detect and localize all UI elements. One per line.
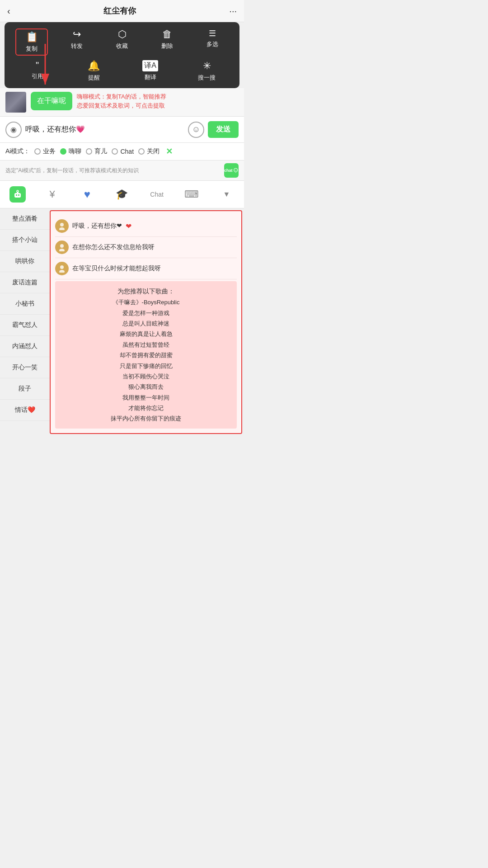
tab-bar: ¥ ♥ 🎓 Chat ⌨ ▼ bbox=[0, 181, 244, 208]
mode-close-label: 关闭 bbox=[147, 147, 160, 156]
mode-business[interactable]: 业务 bbox=[34, 147, 56, 156]
svg-point-4 bbox=[235, 170, 236, 170]
back-button[interactable]: ‹ bbox=[7, 6, 10, 16]
avatar-2 bbox=[55, 262, 69, 275]
svg-point-5 bbox=[236, 170, 237, 170]
page-title: 红尘有你 bbox=[103, 5, 136, 16]
right-panel: 呼吸，还有想你❤ ❤ 在想你怎么还不发信息给我呀 在等宝贝什么时候才能想起我呀 bbox=[50, 210, 242, 434]
song-1: 爱是怎样一种游戏 bbox=[60, 308, 232, 318]
tab-chat-text[interactable]: Chat bbox=[140, 187, 174, 202]
collect-menu-item[interactable]: ⬡ 收藏 bbox=[106, 28, 138, 56]
svg-point-18 bbox=[60, 265, 64, 269]
forward-icon: ↪ bbox=[73, 28, 81, 40]
annotation-text: 嗨聊模式：复制TA的话，智能推荐 恋爱回复话术及歌词，可点击提取 bbox=[77, 92, 239, 110]
suggestion-1[interactable]: 在想你怎么还不发信息给我呀 bbox=[55, 237, 237, 258]
left-sidebar: 整点酒肴 搭个小讪 哄哄你 废话连篇 小秘书 霸气怼人 内涵怼人 开心一笑 段子… bbox=[0, 208, 50, 436]
mode-business-label: 业务 bbox=[43, 147, 56, 156]
sidebar-item-8[interactable]: 段子 bbox=[0, 378, 50, 400]
suggestion-text-1: 在想你怎么还不发信息给我呀 bbox=[72, 243, 155, 252]
ai-mode-label: Ai模式： bbox=[5, 147, 30, 156]
message-input[interactable] bbox=[25, 126, 184, 134]
sidebar-item-1[interactable]: 搭个小讪 bbox=[0, 230, 50, 251]
song-8: 狠心离我而去 bbox=[60, 382, 232, 392]
sidebar-item-4[interactable]: 小秘书 bbox=[0, 293, 50, 315]
sidebar-item-9[interactable]: 情话❤️ bbox=[0, 400, 50, 421]
svg-point-19 bbox=[59, 270, 65, 273]
heart-icon: ♥ bbox=[84, 188, 90, 201]
radio-close bbox=[138, 148, 145, 155]
tab-keyboard[interactable]: ⌨ bbox=[174, 185, 209, 204]
send-button[interactable]: 发送 bbox=[208, 121, 239, 138]
svg-rect-9 bbox=[18, 194, 19, 196]
tab-robot[interactable] bbox=[0, 183, 35, 206]
sidebar-item-6[interactable]: 内涵怼人 bbox=[0, 336, 50, 357]
svg-point-15 bbox=[59, 227, 65, 230]
hint-bar: 选定"Ai模式"后，复制一段话，可推荐该模式相关的知识 chat bbox=[0, 160, 244, 181]
sidebar-item-2[interactable]: 哄哄你 bbox=[0, 251, 50, 272]
svg-marker-6 bbox=[235, 172, 236, 172]
multiselect-label: 多选 bbox=[206, 40, 218, 48]
sidebar-item-0[interactable]: 整点酒肴 bbox=[0, 208, 50, 230]
radio-chat bbox=[112, 148, 118, 155]
emoji-icon: ☺ bbox=[192, 125, 200, 134]
sidebar-item-5[interactable]: 霸气怼人 bbox=[0, 315, 50, 336]
mode-chat[interactable]: Chat bbox=[112, 148, 134, 155]
suggestion-0[interactable]: 呼吸，还有想你❤ ❤ bbox=[55, 216, 237, 237]
main-content: 整点酒肴 搭个小讪 哄哄你 废话连篇 小秘书 霸气怼人 内涵怼人 开心一笑 段子… bbox=[0, 208, 244, 436]
svg-point-3 bbox=[235, 170, 235, 170]
song-6: 只是留下惨痛的回忆 bbox=[60, 361, 232, 371]
tab-graduate[interactable]: 🎓 bbox=[104, 185, 139, 204]
mode-close[interactable]: 关闭 bbox=[138, 147, 160, 156]
svg-point-11 bbox=[17, 190, 19, 192]
radio-haichat bbox=[60, 148, 66, 155]
tab-heart[interactable]: ♥ bbox=[70, 184, 104, 204]
search-label: 搜一搜 bbox=[198, 74, 216, 82]
robot-icon bbox=[9, 186, 26, 203]
mode-parenting-label: 育儿 bbox=[94, 147, 107, 156]
radio-business bbox=[34, 148, 41, 155]
emoji-button[interactable]: ☺ bbox=[188, 122, 204, 138]
mode-parenting[interactable]: 育儿 bbox=[86, 147, 107, 156]
song-7: 当初不顾伤心哭泣 bbox=[60, 371, 232, 382]
voice-button[interactable]: ◉ bbox=[5, 122, 22, 138]
red-arrow-from-copy bbox=[18, 39, 108, 94]
header: ‹ 红尘有你 ··· bbox=[0, 0, 244, 22]
heart-0: ❤ bbox=[126, 222, 131, 231]
translate-icon: 译A bbox=[142, 60, 158, 71]
suggestion-2[interactable]: 在等宝贝什么时候才能想起我呀 bbox=[55, 258, 237, 279]
graduate-icon: 🎓 bbox=[116, 189, 128, 200]
hint-text: 选定"Ai模式"后，复制一段话，可推荐该模式相关的知识 bbox=[5, 167, 139, 175]
svg-rect-8 bbox=[16, 194, 17, 196]
red-arrow-to-panel bbox=[201, 210, 228, 211]
song-11: 抹平内心所有你留下的痕迹 bbox=[60, 413, 232, 424]
chat-bubble: 在干嘛呢 bbox=[31, 92, 72, 110]
down-arrow-icon: ▼ bbox=[223, 190, 230, 198]
delete-menu-item[interactable]: 🗑 删除 bbox=[151, 28, 183, 56]
song-3: 麻烦的真是让人着急 bbox=[60, 329, 232, 339]
song-2: 总是叫人目眩神迷 bbox=[60, 318, 232, 329]
suggestion-text-2: 在等宝贝什么时候才能想起我呀 bbox=[72, 264, 161, 273]
song-section-header: 为您推荐以下歌曲： bbox=[60, 286, 232, 297]
svg-point-16 bbox=[60, 244, 64, 248]
avatar bbox=[5, 92, 26, 113]
song-section: 为您推荐以下歌曲： 《干嘛去》-BoysRepublic 爱是怎样一种游戏 总是… bbox=[55, 281, 237, 429]
ai-mode-close-button[interactable]: ✕ bbox=[166, 146, 173, 156]
tab-money[interactable]: ¥ bbox=[35, 185, 70, 204]
suggestion-text-0: 呼吸，还有想你❤ bbox=[72, 222, 122, 231]
svg-point-14 bbox=[60, 223, 64, 226]
song-9: 我用整整一年时间 bbox=[60, 392, 232, 403]
translate-menu-item[interactable]: 译A 翻译 bbox=[134, 60, 167, 82]
input-area: ◉ ☺ 发送 bbox=[0, 116, 244, 143]
tab-down[interactable]: ▼ bbox=[209, 187, 244, 202]
search-menu-item[interactable]: ✳ 搜一搜 bbox=[191, 60, 223, 82]
mode-haichat[interactable]: 嗨聊 bbox=[60, 147, 81, 156]
song-0[interactable]: 《干嘛去》-BoysRepublic bbox=[60, 297, 232, 307]
song-5: 却不曾拥有爱的甜蜜 bbox=[60, 350, 232, 360]
sidebar-item-7[interactable]: 开心一笑 bbox=[0, 357, 50, 378]
multiselect-menu-item[interactable]: ☰ 多选 bbox=[196, 28, 229, 56]
song-4: 虽然有过短暂曾经 bbox=[60, 340, 232, 350]
sidebar-item-3[interactable]: 废话连篇 bbox=[0, 272, 50, 293]
collect-label: 收藏 bbox=[116, 42, 128, 50]
avatar-0 bbox=[55, 219, 69, 233]
more-button[interactable]: ··· bbox=[229, 6, 237, 16]
